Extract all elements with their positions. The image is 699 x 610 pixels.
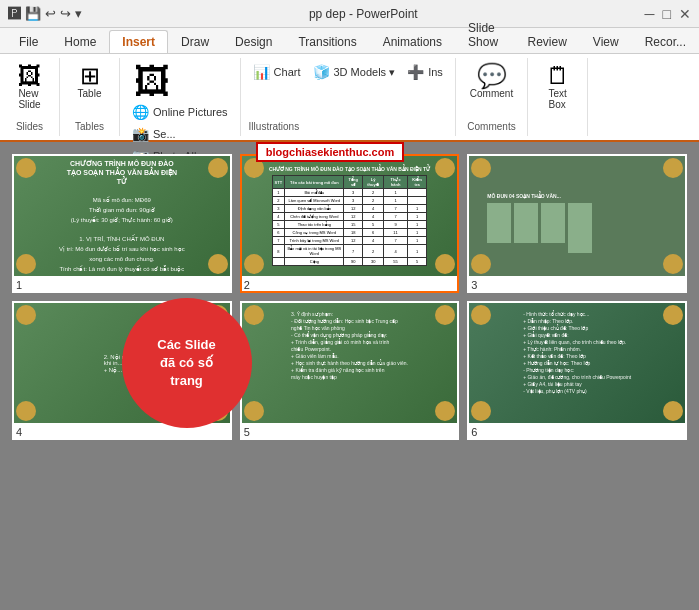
3d-models-button[interactable]: 🧊 3D Models ▾ <box>309 62 400 82</box>
online-pics-icon: 🌐 <box>132 104 149 120</box>
slide5-content: 3. Ý định sư phạm: - Đối tượng hướng dẫn… <box>281 303 418 389</box>
window-title: pp dep - PowerPoint <box>309 7 418 21</box>
maximize-icon[interactable]: □ <box>663 6 671 22</box>
slide-item-5[interactable]: 3. Ý định sư phạm: - Đối tượng hướng dẫn… <box>240 301 460 440</box>
ribbon-group-illustrations: 📊 Chart 🧊 3D Models ▾ ➕ Ins Illustration… <box>241 58 456 136</box>
comment-icon: 💬 <box>477 64 507 88</box>
deco-br-3 <box>663 254 683 274</box>
slide-item-6[interactable]: - Hình thức tổ chức dạy học... + Dẫn nhậ… <box>467 301 687 440</box>
table-icon: ⊞ <box>80 64 100 88</box>
tab-draw[interactable]: Draw <box>168 30 222 53</box>
save-icon[interactable]: 💾 <box>25 6 41 21</box>
deco-tl-6 <box>471 305 491 325</box>
slide3-content <box>487 203 592 253</box>
deco-bl-6 <box>471 401 491 421</box>
quick-access-toolbar: 🅿 💾 ↩ ↪ ▾ <box>8 6 82 21</box>
deco-tr-6 <box>663 305 683 325</box>
deco-bl-3 <box>471 254 491 274</box>
new-slide-icon: 🖼 <box>18 64 42 88</box>
chart-icon: 📊 <box>253 64 270 80</box>
slide6-content: - Hình thức tổ chức dạy học... + Dẫn nhậ… <box>513 303 641 403</box>
slide2-title: CHƯƠNG TRÌNH MÔ ĐUN ĐÀO TẠO SOẠN THẢO VĂ… <box>269 166 430 172</box>
deco-tr-3 <box>663 158 683 178</box>
deco-br-2 <box>435 254 455 274</box>
slide-item-1[interactable]: CHƯƠNG TRÌNH MÔ ĐUN ĐÀOTẠO SOẠN THẢO VĂN… <box>12 154 232 293</box>
deco-tr-2 <box>435 158 455 178</box>
tab-record[interactable]: Recor... <box>632 30 699 53</box>
slide-thumb-5: 3. Ý định sư phạm: - Đối tượng hướng dẫn… <box>242 303 458 423</box>
undo-icon[interactable]: ↩ <box>45 6 56 21</box>
ribbon-group-text: 🗒 TextBox <box>528 58 588 136</box>
slide-number-6: 6 <box>469 426 685 438</box>
insert-icon: ➕ <box>407 64 424 80</box>
slide-grid: CHƯƠNG TRÌNH MÔ ĐUN ĐÀOTẠO SOẠN THẢO VĂN… <box>8 150 691 444</box>
screenshot-button[interactable]: 📸 Se... <box>128 124 232 144</box>
deco-tr-1 <box>208 158 228 178</box>
deco-bl-5 <box>244 401 264 421</box>
ribbon-content: 🖼 NewSlide Slides ⊞ Table Tables 🖼 🌐 Onl… <box>0 54 699 142</box>
deco-tr-5 <box>435 305 455 325</box>
comments-group-label: Comments <box>467 119 515 132</box>
slide-thumb-6: - Hình thức tổ chức dạy học... + Dẫn nhậ… <box>469 303 685 423</box>
comment-button[interactable]: 💬 Comment <box>464 62 519 101</box>
table-button[interactable]: ⊞ Table <box>72 62 108 101</box>
slide-panel: CHƯƠNG TRÌNH MÔ ĐUN ĐÀOTẠO SOẠN THẢO VĂN… <box>0 142 699 610</box>
slide-item-4[interactable]: 2. Nội dung...khi in...+ Nộ... Các Slide… <box>12 301 232 440</box>
redo-icon[interactable]: ↪ <box>60 6 71 21</box>
customize-icon[interactable]: ▾ <box>75 6 82 21</box>
textbox-button[interactable]: 🗒 TextBox <box>540 62 576 112</box>
tab-insert[interactable]: Insert <box>109 30 168 53</box>
title-bar: 🅿 💾 ↩ ↪ ▾ pp dep - PowerPoint ─ □ ✕ <box>0 0 699 28</box>
slide1-content: CHƯƠNG TRÌNH MÔ ĐUN ĐÀOTẠO SOẠN THẢO VĂN… <box>51 156 193 276</box>
main-content: CHƯƠNG TRÌNH MÔ ĐUN ĐÀOTẠO SOẠN THẢO VĂN… <box>0 142 699 610</box>
tab-home[interactable]: Home <box>51 30 109 53</box>
deco-br-6 <box>663 401 683 421</box>
slide3-title: MÔ ĐUN 04 SOẠN THẢO VĂN... <box>487 193 561 199</box>
slide-number-1: 1 <box>14 279 230 291</box>
3d-models-icon: 🧊 <box>313 64 330 80</box>
tab-design[interactable]: Design <box>222 30 285 53</box>
ribbon-group-images: 🖼 🌐 Online Pictures 📸 Se... 📷 Photo Albu… <box>120 58 241 136</box>
slide-item-3[interactable]: MÔ ĐUN 04 SOẠN THẢO VĂN... 3 <box>467 154 687 293</box>
minimize-icon[interactable]: ─ <box>645 6 655 22</box>
ribbon-group-comments: 💬 Comment Comments <box>456 58 528 136</box>
watermark-bubble: Các Slideđã có sốtrang <box>122 298 252 428</box>
tab-animations[interactable]: Animations <box>370 30 455 53</box>
tab-review[interactable]: Review <box>514 30 579 53</box>
slide-number-5: 5 <box>242 426 458 438</box>
tab-transitions[interactable]: Transitions <box>285 30 369 53</box>
close-icon[interactable]: ✕ <box>679 6 691 22</box>
watermark-text: Các Slideđã có sốtrang <box>157 336 216 391</box>
textbox-icon: 🗒 <box>546 64 570 88</box>
tables-group-label: Tables <box>75 119 104 132</box>
slide-number-2: 2 <box>242 279 458 291</box>
tab-slideshow[interactable]: Slide Show <box>455 16 514 53</box>
slide-thumb-1: CHƯƠNG TRÌNH MÔ ĐUN ĐÀOTẠO SOẠN THẢO VĂN… <box>14 156 230 276</box>
insert-button[interactable]: ➕ Ins <box>403 62 447 82</box>
powerpoint-icon: 🅿 <box>8 6 21 21</box>
slide-thumb-2: CHƯƠNG TRÌNH MÔ ĐUN ĐÀO TẠO SOẠN THẢO VĂ… <box>242 156 458 276</box>
tab-file[interactable]: File <box>6 30 51 53</box>
new-slide-button[interactable]: 🖼 NewSlide <box>12 62 48 112</box>
tab-view[interactable]: View <box>580 30 632 53</box>
screenshot-icon: 📸 <box>132 126 149 142</box>
slide-number-4: 4 <box>14 426 230 438</box>
illustrations-buttons: 📊 Chart 🧊 3D Models ▾ ➕ Ins <box>249 62 447 82</box>
ribbon-group-slides: 🖼 NewSlide Slides <box>0 58 60 136</box>
deco-tl-2 <box>244 158 264 178</box>
slide-item-2[interactable]: CHƯƠNG TRÌNH MÔ ĐUN ĐÀO TẠO SOẠN THẢO VĂ… <box>240 154 460 293</box>
online-pictures-button[interactable]: 🌐 Online Pictures <box>128 102 232 122</box>
chart-button[interactable]: 📊 Chart <box>249 62 305 82</box>
pictures-button[interactable]: 🖼 <box>128 62 176 102</box>
pictures-icon: 🖼 <box>134 64 170 100</box>
deco-bl-2 <box>244 254 264 274</box>
deco-br-1 <box>208 254 228 274</box>
deco-tl-5 <box>244 305 264 325</box>
ribbon-group-tables: ⊞ Table Tables <box>60 58 120 136</box>
slide2-table: STTTên các bài trong mô đunTổng sốLý thu… <box>272 175 428 266</box>
deco-br-5 <box>435 401 455 421</box>
slide-thumb-3: MÔ ĐUN 04 SOẠN THẢO VĂN... <box>469 156 685 276</box>
deco-bl-4 <box>16 401 36 421</box>
ribbon-tab-bar: File Home Insert Draw Design Transitions… <box>0 28 699 54</box>
deco-tl-3 <box>471 158 491 178</box>
